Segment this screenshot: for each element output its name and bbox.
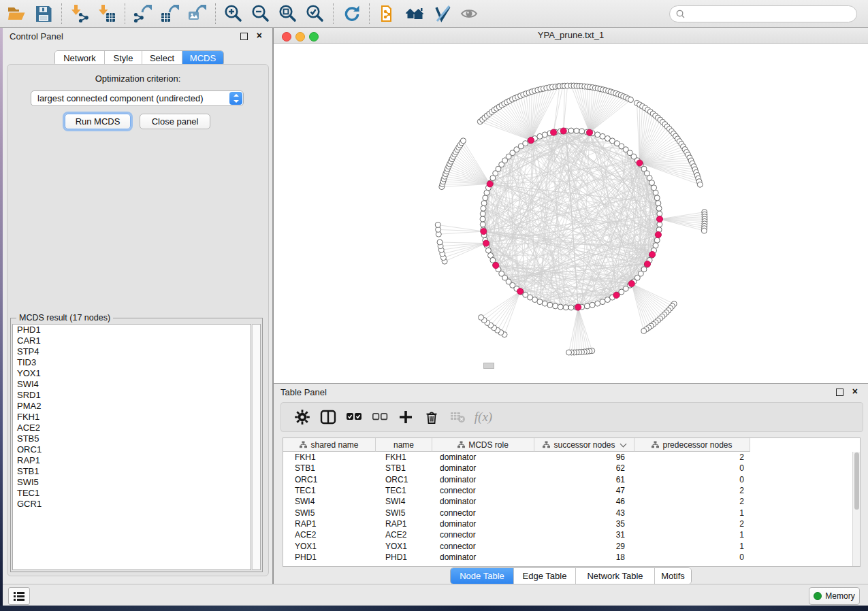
- home-icon[interactable]: [401, 2, 428, 25]
- column-header-successor-nodes[interactable]: successor nodes: [534, 438, 634, 452]
- export-image-icon[interactable]: [184, 2, 211, 25]
- delete-icon[interactable]: [419, 406, 445, 428]
- table-row[interactable]: SWI4SWI4dominator462: [283, 496, 860, 507]
- table-row[interactable]: ORC1ORC1dominator610: [283, 474, 860, 485]
- table-row[interactable]: STB1STB1dominator620: [283, 463, 860, 474]
- export-network-icon[interactable]: [129, 2, 157, 25]
- save-icon[interactable]: [30, 2, 57, 25]
- splitter-gripper[interactable]: [483, 363, 494, 369]
- table-row[interactable]: FKH1FKH1dominator962: [283, 452, 860, 463]
- table-panel-title: Table Panel: [280, 387, 327, 397]
- mcds-result-item[interactable]: TEC1: [13, 488, 251, 499]
- cell: RAP1: [376, 519, 432, 529]
- criterion-dropdown[interactable]: largest connected component (undirected): [31, 90, 244, 106]
- select-all-icon[interactable]: [341, 406, 367, 428]
- close-panel-button[interactable]: Close panel: [140, 114, 210, 129]
- cell: connector: [432, 530, 534, 540]
- zoom-fit-icon[interactable]: [274, 2, 302, 25]
- zoom-in-icon[interactable]: [220, 2, 247, 25]
- search-box[interactable]: [669, 5, 857, 22]
- share-document-icon[interactable]: [374, 2, 401, 25]
- tab-mcds[interactable]: MCDS: [182, 51, 223, 65]
- mcds-result-item[interactable]: TID3: [13, 357, 251, 368]
- close-icon[interactable]: ×: [852, 385, 858, 397]
- network-window-titlebar[interactable]: YPA_prune.txt_1: [274, 28, 868, 44]
- task-history-button[interactable]: [8, 587, 30, 605]
- cell: connector: [432, 486, 534, 495]
- table-row[interactable]: TEC1TEC1connector472: [283, 485, 860, 496]
- mcds-result-item[interactable]: SWI5: [13, 477, 251, 488]
- mcds-result-item[interactable]: STP4: [13, 346, 251, 357]
- table-row[interactable]: YOX1YOX1connector291: [283, 540, 860, 551]
- visual-styles-icon[interactable]: [428, 2, 455, 25]
- network-canvas[interactable]: [274, 44, 868, 383]
- dropdown-stepper-icon: [229, 92, 242, 105]
- toolbar-separator: [61, 3, 62, 24]
- mcds-result-scrollbar[interactable]: [252, 324, 261, 570]
- tab-edge-table[interactable]: Edge Table: [513, 568, 575, 584]
- mcds-result-list: PHD1CAR1STP4TID3YOX1SWI4SRD1PMA2FKH1ACE2…: [12, 324, 251, 570]
- mcds-result-item[interactable]: SWI4: [13, 379, 251, 390]
- tab-motifs[interactable]: Motifs: [654, 568, 691, 584]
- cell: 29: [534, 542, 634, 551]
- cytoscape-app: Control Panel × NetworkStyleSelectMCDS O…: [0, 0, 868, 611]
- table-row[interactable]: PHD1PHD1dominator180: [283, 552, 860, 563]
- scrollbar-thumb[interactable]: [854, 452, 859, 510]
- tab-select[interactable]: Select: [142, 51, 182, 65]
- tab-network[interactable]: Network: [55, 51, 104, 65]
- zoom-selected-icon[interactable]: [302, 2, 329, 25]
- mcds-result-item[interactable]: YOX1: [13, 368, 251, 379]
- close-icon[interactable]: ×: [257, 29, 262, 42]
- zoom-out-icon[interactable]: [247, 2, 274, 25]
- settings-icon[interactable]: [289, 406, 315, 428]
- cell: connector: [432, 542, 534, 551]
- table-scrollbar[interactable]: [852, 452, 860, 566]
- cell: dominator: [432, 497, 534, 506]
- open-icon[interactable]: [3, 2, 30, 25]
- memory-button[interactable]: Memory: [809, 587, 860, 605]
- mcds-result-item[interactable]: ACE2: [13, 423, 251, 433]
- table-toolbar: f(x): [280, 402, 863, 432]
- cell: 2: [634, 486, 750, 495]
- mcds-result-item[interactable]: FKH1: [13, 412, 251, 423]
- column-header-name[interactable]: name: [376, 438, 432, 452]
- export-table-icon[interactable]: [157, 2, 184, 25]
- mcds-result-item[interactable]: PHD1: [13, 325, 251, 335]
- mcds-result-item[interactable]: CAR1: [13, 335, 251, 346]
- cell: SWI4: [283, 497, 376, 506]
- tab-network-table[interactable]: Network Table: [575, 568, 654, 584]
- mcds-result-item[interactable]: ORC1: [13, 444, 251, 455]
- add-icon[interactable]: [393, 406, 419, 428]
- columns-icon[interactable]: [315, 406, 341, 428]
- column-header-predecessor-nodes[interactable]: predecessor nodes: [634, 438, 750, 452]
- column-header-shared-name[interactable]: shared name: [283, 438, 376, 452]
- cell: dominator: [432, 452, 534, 462]
- tab-style[interactable]: Style: [104, 51, 142, 65]
- mcds-result-item[interactable]: STB1: [13, 466, 251, 477]
- cell: 2: [634, 452, 750, 462]
- refresh-icon[interactable]: [338, 2, 365, 25]
- cell: 1: [634, 542, 750, 551]
- node-table: shared namenameMCDS rolesuccessor nodesp…: [283, 437, 861, 567]
- deselect-all-icon[interactable]: [367, 406, 393, 428]
- show-details-icon[interactable]: [455, 2, 483, 25]
- run-mcds-button[interactable]: Run MCDS: [65, 114, 131, 129]
- table-row[interactable]: ACE2ACE2connector311: [283, 529, 860, 540]
- mcds-result-item[interactable]: PMA2: [13, 401, 251, 412]
- column-header-MCDS-role[interactable]: MCDS role: [432, 438, 534, 452]
- float-icon[interactable]: [240, 33, 248, 40]
- tab-node-table[interactable]: Node Table: [451, 568, 513, 584]
- mcds-result-item[interactable]: GCR1: [13, 499, 251, 510]
- search-input[interactable]: [689, 8, 856, 20]
- table-row[interactable]: RAP1RAP1dominator352: [283, 518, 860, 529]
- import-network-icon[interactable]: [66, 2, 93, 25]
- table-row[interactable]: SWI5SWI5connector431: [283, 507, 860, 518]
- network-window: YPA_prune.txt_1: [273, 28, 868, 383]
- import-table-icon[interactable]: [93, 2, 120, 25]
- mcds-result-item[interactable]: RAP1: [13, 455, 251, 466]
- mcds-result-title: MCDS result (17 nodes): [16, 313, 113, 323]
- cell: STB1: [376, 463, 432, 473]
- mcds-result-item[interactable]: SRD1: [13, 390, 251, 401]
- mcds-result-item[interactable]: STB5: [13, 433, 251, 444]
- float-icon[interactable]: [836, 389, 843, 396]
